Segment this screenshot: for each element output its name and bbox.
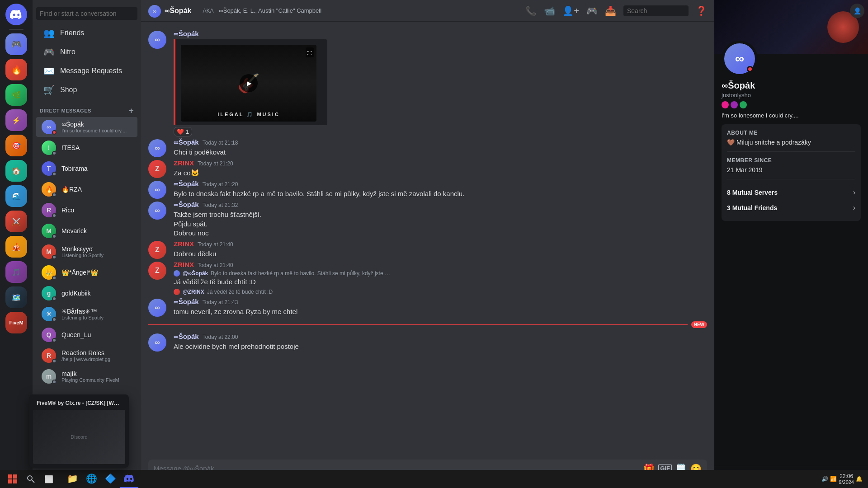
status-dot-reaction: [52, 359, 57, 363]
dm-item-angel[interactable]: 👑 👑*Ångel*👑: [36, 263, 137, 282]
header-search-input[interactable]: [623, 5, 689, 16]
server-icon-4[interactable]: ⚡: [5, 109, 27, 131]
badge-pink: [722, 101, 729, 108]
taskbar-search-button[interactable]: [24, 472, 38, 486]
reaction-area: ❤️ 1: [174, 125, 707, 136]
server-icon-8[interactable]: ⚔️: [5, 211, 27, 232]
taskbar-taskview-button[interactable]: ⬜: [42, 472, 56, 486]
new-divider-line: [148, 324, 688, 325]
message-content-6: ZRINX Today at 21:40 @∞Šopák Bylo to dne…: [174, 261, 707, 287]
taskbar-tray: 🔊 📶 22:06 9/2024 🔔: [816, 473, 868, 485]
dm-item-goldkubiik[interactable]: g goldKubiik: [36, 283, 137, 303]
taskbar-start-button[interactable]: [5, 472, 20, 486]
video-icon[interactable]: 📹: [544, 5, 555, 16]
inbox-icon[interactable]: 📥: [605, 5, 616, 16]
server-icon-6[interactable]: 🏠: [5, 160, 27, 182]
message-avatar-embed: ∞: [148, 31, 166, 49]
server-icon-9[interactable]: 🎪: [5, 236, 27, 258]
dm-item-name-sopak: ∞Šopák: [61, 121, 127, 128]
embed-logo-text: ILEGAL 🎵 MUSIC: [217, 112, 280, 117]
dm-avatar-sopak: ∞: [42, 120, 56, 134]
profile-spacer: [714, 221, 868, 466]
dm-item-tesa[interactable]: ! !TESA: [36, 138, 137, 158]
message-header-8: ∞Šopák Today at 21:43: [174, 298, 707, 305]
status-dot-rico: [52, 213, 57, 218]
message-header-3: ∞Šopák Today at 21:20: [174, 180, 707, 188]
message-group-5: Z ZRINX Today at 21:40 Dobrou dědku: [141, 239, 714, 260]
embed-image: 🎸 ▶ ⛶ ILEGAL 🎵 MUSIC: [181, 45, 316, 122]
shop-nav-item[interactable]: 🛒 Shop: [36, 81, 137, 99]
dm-item-reaction[interactable]: R Reaction Roles /help | www.droplet.gg: [36, 346, 137, 366]
dm-item-rza[interactable]: 🔥 🔥RZA: [36, 179, 137, 199]
taskbar-app-edge[interactable]: 🔷: [101, 470, 119, 488]
dm-item-queen[interactable]: Q Queen_Lu: [36, 325, 137, 345]
dm-item-info-rico: Rico: [61, 206, 74, 214]
add-friend-icon[interactable]: 👤+: [562, 5, 579, 16]
dm-item-info-queen: Queen_Lu: [61, 331, 91, 338]
server-icon-2[interactable]: 🔥: [5, 59, 27, 80]
reply-preview-author-7: @ZRINX: [183, 289, 204, 295]
chat-header: ∞ ∞Šopák AKA ∞Šopák, E. L., Austin "Call…: [141, 0, 714, 22]
discord-home-button[interactable]: [5, 4, 27, 25]
search-bar-area: [33, 0, 141, 23]
add-dm-button[interactable]: +: [129, 107, 134, 115]
server-icon-5[interactable]: 🎯: [5, 135, 27, 156]
server-icon-11[interactable]: 🗺️: [5, 286, 27, 308]
message-timestamp-9: Today at 22:00: [203, 334, 238, 340]
taskbar-popup: FiveM® by Cfx.re - [CZ/SK] [WL] Communit…: [29, 394, 129, 468]
play-button[interactable]: ▶: [240, 74, 258, 92]
server-icon-7[interactable]: 🌊: [5, 185, 27, 207]
dm-item-info-mevarick: Mevarick: [61, 227, 87, 235]
message-author-6: ZRINX: [174, 261, 194, 268]
message-requests-nav-item[interactable]: ✉️ Message Requests: [36, 62, 137, 80]
chat-header-avatar: ∞: [148, 5, 161, 18]
message-timestamp-6: Today at 21:40: [198, 262, 233, 268]
dm-item-sopak[interactable]: ∞ ∞Šopák I'm so lonesome I could cry....: [36, 117, 137, 137]
server-icon-fivem[interactable]: FiveM: [5, 312, 27, 333]
nitro-icon: 🎮: [43, 47, 55, 57]
mutual-servers-row[interactable]: 8 Mutual Servers ›: [727, 185, 855, 200]
banner-profile-mini[interactable]: 👤: [850, 4, 864, 18]
server-icon-3[interactable]: 🌿: [5, 84, 27, 106]
taskbar-app-discord[interactable]: [120, 470, 138, 488]
new-badge: NEW: [691, 321, 707, 328]
dm-avatar-tesa: !: [42, 141, 56, 155]
taskbar-app-explorer[interactable]: 📁: [63, 470, 81, 488]
messages-container: ∞ ∞Šopák 🎸 ▶: [141, 22, 714, 460]
profile-avatar-status: [747, 66, 753, 72]
dm-item-tobirama[interactable]: T Tobirama: [36, 159, 137, 178]
friends-nav-item[interactable]: 👥 Friends: [36, 24, 137, 42]
dm-item-rico[interactable]: R Rico: [36, 200, 137, 220]
nitro-nav-item[interactable]: 🎮 Nitro: [36, 43, 137, 61]
expand-button[interactable]: ⛶: [306, 47, 314, 57]
dm-avatar-queen: Q: [42, 328, 56, 342]
dm-item-majik[interactable]: m majík Playing Community FiveM: [36, 366, 137, 386]
message-header-4: ∞Šopák Today at 21:32: [174, 201, 707, 208]
mutual-friends-row[interactable]: 3 Mutual Friends ›: [727, 200, 855, 216]
dm-item-mevarick[interactable]: M Mevarick: [36, 221, 137, 241]
reply-preview-7: @ZRINX Já věděl že tě bude chtít :D: [174, 289, 707, 295]
profile-display-name: ∞Šopák: [722, 80, 861, 91]
message-content-7: @ZRINX Já věděl že tě bude chtít :D: [174, 289, 707, 296]
nitro-icon-header[interactable]: 🎮: [586, 5, 598, 16]
reply-preview-text-6: Bylo to dneska fakt hezké rp a mě to bav…: [211, 270, 392, 277]
server-icon-1[interactable]: 🎮: [5, 33, 27, 55]
shop-label: Shop: [60, 86, 77, 94]
phone-icon[interactable]: 📞: [525, 5, 537, 16]
message-header-1: ∞Šopák Today at 21:18: [174, 138, 707, 146]
dm-item-monkeyyo[interactable]: M Monkεεyyσ Listening to Spotify: [36, 242, 137, 262]
message-timestamp-3: Today at 21:20: [203, 181, 238, 188]
heart-reaction[interactable]: ❤️ 1: [174, 127, 192, 136]
dm-item-info-goldkubiik: goldKubiik: [61, 290, 91, 297]
dm-item-barfas[interactable]: ✳ ✳Bårfas✳™ Listening to Spotify: [36, 304, 137, 324]
taskbar-app-chrome[interactable]: 🌐: [82, 470, 100, 488]
server-icon-10[interactable]: 🎵: [5, 261, 27, 283]
status-dot-queen: [52, 338, 57, 343]
help-icon[interactable]: ❓: [696, 5, 707, 16]
search-input[interactable]: [36, 7, 137, 20]
mutual-servers-chevron: ›: [853, 188, 855, 197]
message-avatar-5: Z: [148, 241, 166, 259]
message-text-8: tomu neveril, ze zrovna Ryza by me chtel: [174, 307, 707, 317]
dm-avatar-initials-majik: m: [46, 373, 52, 380]
embed-logo-area: ILEGAL 🎵 MUSIC: [181, 110, 316, 118]
